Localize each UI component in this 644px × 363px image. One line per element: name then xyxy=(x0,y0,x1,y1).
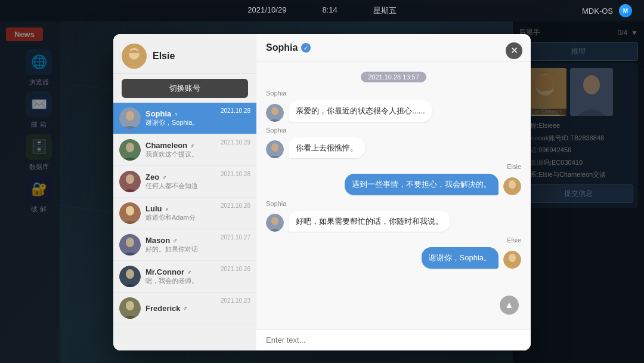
sender-label-3: Elsie xyxy=(266,163,521,170)
top-bar: 2021/10/29 8:14 星期五 MDK-OS M xyxy=(0,0,644,21)
top-bar-right: MDK-OS M xyxy=(582,4,632,17)
elsie-msg-avatar-2 xyxy=(503,251,521,269)
desktop: News 🌐 浏览器 ✉️ 邮 箱 🗄️ 数据库 🔐 破 解 后黑手 0/4 ▼… xyxy=(0,21,644,363)
user-name-display: Elsie xyxy=(153,51,175,61)
contact-lulu[interactable]: Lulu ♀ 难道你和Adam分 2021.10.28 xyxy=(113,198,256,229)
svg-point-28 xyxy=(271,107,278,115)
svg-point-22 xyxy=(126,238,134,247)
time-display: 8:14 xyxy=(322,5,337,16)
zeo-info: Zeo ♂ 任何人都不会知道 xyxy=(145,173,216,190)
mason-avatar xyxy=(119,234,141,256)
day-display: 星期五 xyxy=(373,5,397,16)
contact-frederick[interactable]: Frederick ♂ 2021.10.23 xyxy=(113,293,256,324)
contact-zeo[interactable]: Zeo ♂ 任何人都不会知道 2021.10.28 xyxy=(113,166,256,198)
message-row-1: 亲爱的，你最近的状态很令人担心...... xyxy=(266,100,521,122)
scroll-top-button[interactable]: ▲ xyxy=(500,296,519,315)
message-row-2: 你看上去很憔悴。 xyxy=(266,137,521,159)
sophia-msg-avatar-3 xyxy=(266,214,284,232)
message-row-3: 遇到一些事情，不要担心，我会解决的。 xyxy=(266,174,521,195)
svg-point-26 xyxy=(126,301,134,310)
sophia-info: Sophia ♀ 谢谢你，Sophia。 xyxy=(145,109,216,127)
svg-point-32 xyxy=(509,180,516,189)
chameleon-avatar xyxy=(119,139,141,161)
elsie-msg-avatar xyxy=(503,177,521,195)
date-display: 2021/10/29 xyxy=(247,5,286,16)
os-logo: M xyxy=(619,4,632,17)
chameleon-info: Chameleon ♂ 我喜欢这个提议。 xyxy=(145,141,216,159)
bubble-3: 遇到一些事情，不要担心，我会解决的。 xyxy=(345,174,499,195)
contact-list-header: Elsie xyxy=(113,34,256,74)
lulu-info: Lulu ♀ 难道你和Adam分 xyxy=(145,204,216,222)
message-row-5: 谢谢你，Sophia。 xyxy=(266,247,521,269)
svg-point-24 xyxy=(126,269,134,279)
chat-header: Sophia ✓ xyxy=(256,34,531,62)
bubble-1: 亲爱的，你最近的状态很令人担心...... xyxy=(289,100,432,122)
top-bar-center: 2021/10/29 8:14 星期五 xyxy=(247,5,396,16)
chat-input-area xyxy=(256,329,531,350)
zeo-avatar xyxy=(119,171,141,192)
bubble-4: 好吧，如果需要帮忙的话，你随时和我说。 xyxy=(289,211,450,232)
user-avatar-img xyxy=(122,44,147,69)
lulu-name: Lulu ♀ xyxy=(145,204,216,213)
contact-sophia[interactable]: Sophia ♀ 谢谢你，Sophia。 2021.10.28 xyxy=(113,103,256,134)
message-group-5: Elsie 谢谢你，Sophia。 xyxy=(266,236,521,269)
date-divider: 2021.10.28 13:57 xyxy=(361,72,426,82)
bubble-2: 你看上去很憔悴。 xyxy=(289,137,365,159)
svg-point-18 xyxy=(126,174,134,184)
sender-label-5: Elsie xyxy=(266,236,521,244)
chat-contact-name: Sophia xyxy=(266,42,298,53)
mrconnor-avatar xyxy=(119,266,141,287)
user-avatar xyxy=(122,44,147,69)
os-name: MDK-OS xyxy=(582,7,613,16)
frederick-info: Frederick ♂ xyxy=(145,304,216,313)
chat-messages: 2021.10.28 13:57 Sophia xyxy=(256,62,531,329)
sophia-msg-avatar xyxy=(266,104,284,122)
message-group-2: Sophia 你看上去很憔悴。 xyxy=(266,127,521,159)
verified-icon: ✓ xyxy=(301,43,311,53)
zeo-name: Zeo ♂ xyxy=(145,173,216,182)
frederick-name: Frederick ♂ xyxy=(145,304,216,313)
contact-mrconnor[interactable]: Mr.Connor ♂ 嗯，我会的老师。 2021.10.26 xyxy=(113,261,256,293)
message-row-4: 好吧，如果需要帮忙的话，你随时和我说。 xyxy=(266,211,521,232)
bubble-5: 谢谢你，Sophia。 xyxy=(422,247,499,269)
modal-overlay: ✕ Elsie xyxy=(0,21,644,363)
svg-point-14 xyxy=(126,111,134,121)
chat-modal: ✕ Elsie xyxy=(113,34,531,350)
mason-name: Mason ♂ xyxy=(145,236,216,245)
sender-label-4: Sophia xyxy=(266,200,521,207)
sender-label-2: Sophia xyxy=(266,127,521,134)
switch-account-button[interactable]: 切换账号 xyxy=(122,79,248,98)
lulu-avatar xyxy=(119,202,141,224)
chat-input[interactable] xyxy=(266,336,521,344)
mason-info: Mason ♂ 好的。如果你对话 xyxy=(145,236,216,254)
mrconnor-name: Mr.Connor ♂ xyxy=(145,267,216,276)
svg-point-16 xyxy=(126,143,134,152)
message-group-4: Sophia 好吧，如果需要帮忙的话，你随时和我说。 xyxy=(266,200,521,232)
sophia-name: Sophia ♀ xyxy=(145,109,216,118)
chameleon-name: Chameleon ♂ xyxy=(145,141,216,150)
svg-point-12 xyxy=(129,48,140,60)
mrconnor-info: Mr.Connor ♂ 嗯，我会的老师。 xyxy=(145,267,216,285)
contact-chameleon[interactable]: Chameleon ♂ 我喜欢这个提议。 2021.10.29 xyxy=(113,134,256,166)
chat-area: Sophia ✓ 2021.10.28 13:57 Sophia xyxy=(256,34,531,350)
sophia-msg-avatar-2 xyxy=(266,140,284,158)
svg-point-30 xyxy=(271,143,278,152)
sender-label-1: Sophia xyxy=(266,90,521,97)
svg-point-20 xyxy=(126,206,134,216)
sophia-avatar xyxy=(119,107,141,129)
contact-mason[interactable]: Mason ♂ 好的。如果你对话 2021.10.27 xyxy=(113,229,256,261)
message-group-1: Sophia 亲爱的，你最近的状态很令人担心...... xyxy=(266,90,521,122)
frederick-avatar xyxy=(119,297,141,319)
close-button[interactable]: ✕ xyxy=(506,42,522,59)
contact-list: Elsie 切换账号 xyxy=(113,34,256,350)
message-group-3: Elsie 遇到一些事情，不要担心，我会解决的。 xyxy=(266,163,521,195)
svg-point-34 xyxy=(271,217,278,225)
svg-point-36 xyxy=(509,254,516,262)
